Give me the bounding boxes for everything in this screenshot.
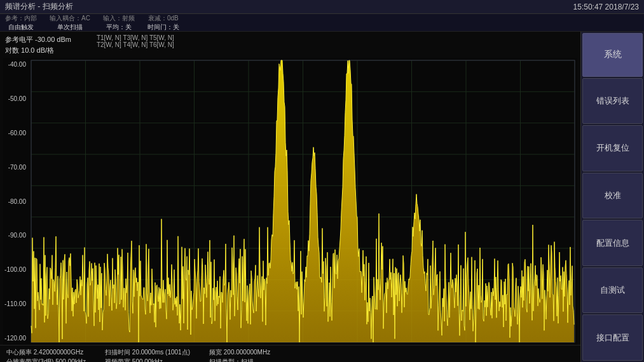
param-input: 输入：射频 平均：关	[103, 14, 135, 32]
param-reference-value: 自由触发	[8, 23, 34, 32]
topbar: 频谱分析 - 扫频分析 15:50:47 2018/7/23	[0, 0, 644, 14]
param-attn-label: 衰减：0dB	[148, 14, 179, 23]
param-input-value: 平均：关	[106, 23, 132, 32]
self-test-button[interactable]: 自测试	[582, 267, 643, 314]
traces-row2: T2[W, N] T4[W, N] T6[W, N]	[97, 41, 174, 48]
sweep-time-label: 扫描时间 20.0000ms (1001点)	[105, 347, 190, 357]
boot-reset-button[interactable]: 开机复位	[582, 125, 643, 171]
traces-row1: T1[W, N] T3[W, N] T5[W, N]	[97, 34, 174, 41]
chart-info-left: 参考电平 -30.00 dBm 对数 10.0 dB/格	[5, 34, 71, 55]
topbar-datetime: 15:50:47 2018/7/23	[573, 3, 639, 11]
param-reference-label: 参考：内部	[5, 14, 37, 23]
chart-info-bar: 参考电平 -30.00 dBm 对数 10.0 dB/格 T1[W, N] T3…	[0, 32, 580, 58]
main: 参考电平 -30.00 dBm 对数 10.0 dB/格 T1[W, N] T3…	[0, 32, 644, 362]
sweep-time-param: 扫描时间 20.0000ms (1001点) 视频带宽 500.00kHz	[105, 347, 190, 363]
param-coupling-value: 单次扫描	[57, 23, 83, 32]
error-list-button[interactable]: 错误列表	[582, 78, 643, 124]
span-label: 频宽 200.000000MHz	[209, 347, 270, 357]
chart-area: -40.00 -50.00 -60.00 -70.00 -80.00 -90.0…	[3, 58, 577, 345]
center-freq-param: 中心频率 2.420000000GHz 分辨率带宽(3dB) 500.00kHz	[6, 347, 86, 363]
center-freq-label: 中心频率 2.420000000GHz	[6, 347, 86, 357]
param-coupling: 输入耦合：AC 单次扫描	[50, 14, 90, 32]
bottom-info: 中心频率 2.420000000GHz 分辨率带宽(3dB) 500.00kHz…	[0, 345, 580, 362]
calibrate-button[interactable]: 校准	[582, 173, 643, 219]
topbar-title: 频谱分析 - 扫频分析	[5, 1, 73, 12]
trace-labels: T1[W, N] T3[W, N] T5[W, N] T2[W, N] T4[W…	[97, 34, 174, 48]
rbw-label: 分辨率带宽(3dB) 500.00kHz	[6, 357, 86, 363]
scale: 对数 10.0 dB/格	[5, 45, 71, 56]
param-coupling-label: 输入耦合：AC	[50, 14, 90, 23]
spectrum-canvas	[3, 58, 577, 345]
config-info-button[interactable]: 配置信息	[582, 220, 643, 266]
param-reference: 参考：内部 自由触发	[5, 14, 37, 32]
right-panel: 系统 错误列表 开机复位 校准 配置信息 自测试 接口配置	[580, 32, 644, 362]
ref-level: 参考电平 -30.00 dBm	[5, 34, 71, 45]
param-attn: 衰减：0dB 时间门：关	[147, 14, 179, 32]
chart-container: 参考电平 -30.00 dBm 对数 10.0 dB/格 T1[W, N] T3…	[0, 32, 580, 362]
sweep-type-label: 扫描类型：扫描	[209, 357, 270, 363]
parambar: 参考：内部 自由触发 输入耦合：AC 单次扫描 输入：射频 平均：关 衰减：0d…	[0, 14, 644, 32]
param-input-label: 输入：射频	[103, 14, 135, 23]
system-button[interactable]: 系统	[582, 33, 643, 77]
span-param: 频宽 200.000000MHz 扫描类型：扫描	[209, 347, 270, 363]
interface-config-button[interactable]: 接口配置	[582, 314, 643, 361]
param-attn-value: 时间门：关	[147, 23, 179, 32]
vbw-label: 视频带宽 500.00kHz	[105, 357, 190, 363]
